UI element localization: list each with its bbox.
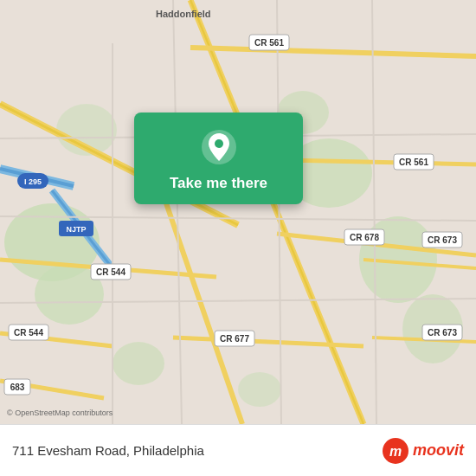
road-label-cr544-lower: CR 544 [14,328,43,338]
moovit-logo: m moovit [382,437,464,465]
road-label-683: 683 [10,383,25,392]
road-label-cr561-right: CR 561 [399,158,428,167]
take-me-there-label: Take me there [170,175,267,192]
moovit-text: moovit [413,441,464,460]
bottom-bar: 711 Evesham Road, Philadelphia m moovit [0,424,476,476]
svg-text:m: m [389,444,402,459]
take-me-there-button[interactable]: Take me there [134,113,303,204]
svg-point-6 [113,342,164,385]
address-text: 711 Evesham Road, Philadelphia [12,443,382,458]
road-label-cr678: CR 678 [350,233,379,242]
map-container: Haddonfield CR 561 CR 561 CR 678 CR 673 … [0,0,476,424]
road-label-haddonfield: Haddonfield [156,9,211,19]
road-label-cr677: CR 677 [220,334,249,344]
road-label-njtp: NJTP [66,225,86,234]
road-label-cr673-upper: CR 673 [428,235,457,245]
road-label-cr544-upper: CR 544 [96,267,125,277]
svg-point-47 [215,139,223,148]
road-label-cr561-top: CR 561 [254,38,284,48]
copyright-text: © OpenStreetMap contributors [7,408,113,417]
svg-point-7 [238,372,281,407]
moovit-icon: m [382,437,409,465]
road-label-i295: I 295 [24,177,42,186]
road-label-cr673-lower: CR 673 [428,328,457,338]
location-pin-icon [200,128,238,166]
